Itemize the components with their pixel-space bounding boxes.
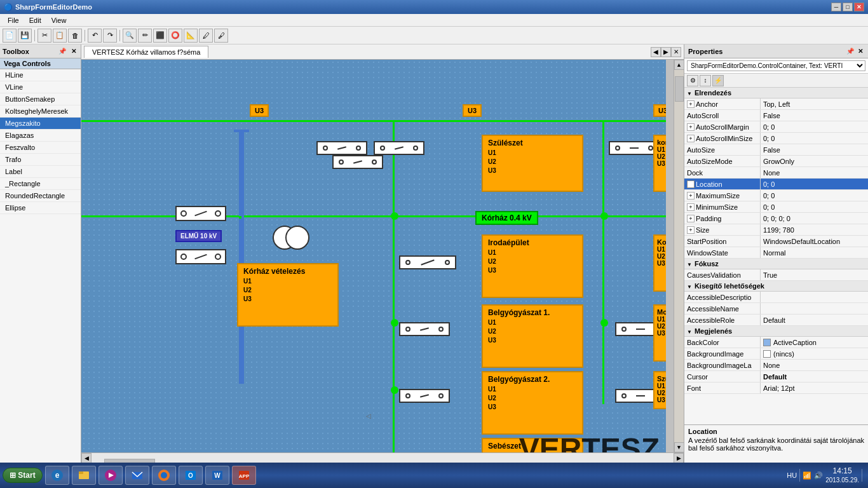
toolbox-item-vline[interactable]: VLine [0,81,81,93]
prop-value-startposition: WindowsDefaultLocation [761,236,868,247]
vscroll-up[interactable]: ▲ [674,60,684,70]
section-elrendezes[interactable]: Elrendezés [684,88,868,98]
prop-expand-autoscrollmargin[interactable]: + [687,123,695,131]
prop-desc-section: Location A vezérlő bal felső sarkának ko… [684,424,868,463]
window-title: SharpFormEditorDemo [15,3,92,11]
close-button[interactable]: ✕ [854,3,864,11]
tray-clock[interactable]: 14:15 2013.05.29. [825,466,859,485]
hscroll-right[interactable]: ▶ [674,453,684,463]
prop-row-cursor: Cursor Default [684,371,868,383]
toolbox-item-hline[interactable]: HLine [0,69,81,81]
toolbar-measure[interactable]: 📐 [184,29,198,43]
taskbar-start[interactable]: ⊞ Start [3,468,43,483]
canvas[interactable]: ELMŰ 10 kV [81,60,666,452]
toolbar-redo[interactable]: ↷ [103,29,117,43]
irodaepulet-title: Irodaépület [488,238,577,247]
canvas-tab: VERTESZ Kórház villamos f?séma ◀ ▶ ✕ [81,44,684,60]
taskbar-app-media[interactable] [98,466,123,485]
taskbar-app-outlook[interactable]: O [179,466,203,485]
menu-edit[interactable]: Edit [24,15,46,25]
prop-row-minimumsize: + MinimumSize 0; 0 [684,201,868,213]
taskbar-app-word[interactable]: W [205,466,229,485]
canvas-nav-prev[interactable]: ◀ [651,47,661,57]
toolbar-cut[interactable]: ✂ [37,29,51,43]
canvas-nav-buttons: ◀ ▶ ✕ [651,47,681,57]
canvas-nav-next[interactable]: ▶ [661,47,671,57]
prop-value-autosizemode: GrowOnly [761,156,868,166]
toolbar-ellipse[interactable]: ⭕ [168,29,182,43]
switch-belgy1 [399,322,450,336]
toolbar-rect[interactable]: ⬛ [153,29,167,43]
toolbox-item-elagazas[interactable]: Elagazas [0,130,81,142]
menu-view[interactable]: View [46,15,72,25]
section-fokusz[interactable]: Fókusz [684,259,868,269]
taskbar-lang: HU [787,471,797,479]
toolbox-item-trafo[interactable]: Trafo [0,154,81,166]
cursor-indicator: ◁ [366,412,371,419]
canvas-scroll-area[interactable]: ELMŰ 10 kV [81,60,674,452]
maximize-button[interactable]: □ [843,3,853,11]
hscroll-left[interactable]: ◀ [81,453,92,463]
toolbar-new[interactable]: 📄 [3,29,17,43]
menu-file[interactable]: File [3,15,24,25]
vscroll-down[interactable]: ▼ [674,442,684,452]
toolbar-undo[interactable]: ↶ [88,29,102,43]
prop-btn-alpha[interactable]: ↕ [700,75,711,86]
taskbar-sep [799,469,800,482]
toolbar-copy[interactable]: 📋 [53,29,67,43]
minimize-button[interactable]: ─ [831,3,841,11]
prop-btn-events[interactable]: ⚡ [712,75,724,86]
prop-expand-maximumsize[interactable]: + [687,192,695,200]
toolbar-pen[interactable]: ✏ [138,29,152,43]
canvas-tab-item[interactable]: VERTESZ Kórház villamos f?séma [84,46,208,58]
prop-expand-size[interactable]: + [687,226,695,234]
taskbar-app-mail[interactable] [125,466,149,485]
hscroll[interactable]: ◀ ▶ [81,452,684,463]
toolbox-header-buttons: 📌 ✕ [57,48,78,55]
section-megjelenes[interactable]: Megjelenés [684,326,868,337]
toolbox-item-rounded-rectangle[interactable]: RoundedRectangle [0,190,81,202]
transformer [269,222,313,254]
vscroll-track[interactable] [674,70,684,442]
toolbar-delete[interactable]: 🗑 [68,29,82,43]
toolbox-item-buttonsemakep[interactable]: ButtonSemakep [0,93,81,105]
prop-row-startposition: StartPosition WindowsDefaultLocation [684,236,868,247]
toolbox-item-ellipse[interactable]: Ellipse [0,202,81,214]
toolbox-pin-button[interactable]: 📌 [57,48,68,55]
toolbar-pen2[interactable]: 🖊 [199,29,213,43]
switch-top-2 [374,141,424,155]
u3-top-right: U3 [653,104,666,117]
belgyogy1-title: Belgyógyászat 1. [488,308,577,317]
toolbar: 📄 💾 ✂ 📋 🗑 ↶ ↷ 🔍 ✏ ⬛ ⭕ 📐 🖊 🖋 [0,27,868,44]
prop-expand-autoscrollminsize[interactable]: + [687,135,695,142]
prop-target-select[interactable]: SharpFormEditorDemo.ControlContainer, Te… [687,60,865,71]
prop-expand-padding[interactable]: + [687,215,695,222]
toolbar-pen3[interactable]: 🖋 [214,29,228,43]
canvas-close[interactable]: ✕ [671,47,681,57]
vscroll-thumb[interactable] [675,76,684,102]
toolbox-item-koltseg[interactable]: KoltseghelyMeresek [0,105,81,118]
properties-close-button[interactable]: ✕ [857,48,864,55]
toolbox-item-label[interactable]: Label [0,166,81,178]
toolbox-item-megszakito[interactable]: Megszakito [0,118,81,130]
prop-expand-anchor[interactable]: + [687,100,695,108]
vscroll[interactable]: ▲ ▼ [674,60,684,452]
prop-expand-minimumsize[interactable]: + [687,203,695,211]
toolbox-close-button[interactable]: ✕ [69,48,78,55]
canvas-area-wrapper: ELMŰ 10 kV [81,60,684,452]
szuleszet-labels: U1 U2 U3 [488,149,577,175]
taskbar-app-ie[interactable]: e [45,466,69,485]
taskbar-app-misc[interactable]: APP [232,466,256,485]
taskbar-app-explorer[interactable] [72,466,96,485]
taskbar-app-firefox[interactable] [152,466,176,485]
toolbox-item-feszvalto[interactable]: Feszvalto [0,142,81,154]
belgyogy1-labels: U1 U2 U3 [488,318,577,345]
prop-btn-categorized[interactable]: ⚙ [687,75,698,86]
tray-show-desktop[interactable] [862,469,865,482]
prop-expand-location[interactable]: + [687,180,695,188]
toolbar-zoom[interactable]: 🔍 [123,29,137,43]
toolbar-save[interactable]: 💾 [18,29,32,43]
properties-pin-button[interactable]: 📌 [845,48,855,55]
toolbox-item-rectangle[interactable]: _Rectangle [0,178,81,190]
section-kisegito[interactable]: Kisegítő lehetőségek [684,281,868,292]
